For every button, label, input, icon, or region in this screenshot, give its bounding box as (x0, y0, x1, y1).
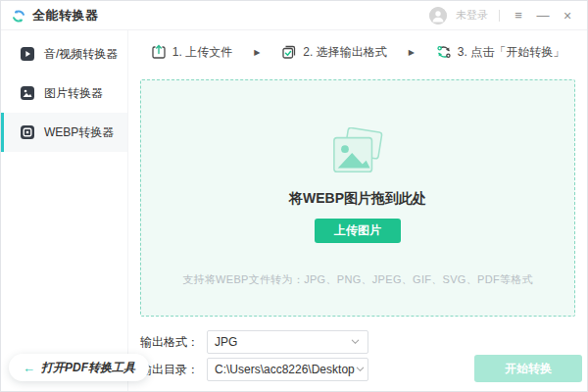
upload-image-button[interactable]: 上传图片 (315, 219, 401, 243)
open-pdf-tool-button[interactable]: ← 打开PDF转换工具 (9, 354, 149, 381)
step-separator-icon: ▶ (409, 48, 415, 57)
step-label: 1. 上传文件 (172, 44, 232, 61)
sidebar-item-audio-video[interactable]: 音/视频转换器 (1, 34, 127, 74)
menu-icon[interactable]: ≡ (511, 8, 526, 24)
output-format-value: JPG (215, 335, 237, 349)
app-title: 全能转换器 (32, 7, 99, 24)
output-dir-label: 输出目录： (140, 362, 199, 378)
output-format-row: 输出格式： JPG (140, 330, 368, 354)
step-separator-icon: ▶ (254, 48, 260, 57)
chevron-down-icon (355, 361, 366, 378)
dropzone-hint: 支持将WEBP文件转为：JPG、PNG、JPEG、GIF、SVG、PDF等格式 (182, 272, 533, 287)
audio-video-icon (20, 46, 35, 62)
chevron-down-icon (350, 333, 361, 351)
app-window: 全能转换器 未登录 ≡ — × (0, 0, 588, 392)
titlebar-controls: 未登录 ≡ — × (429, 7, 575, 24)
login-status[interactable]: 未登录 (456, 8, 488, 23)
step-format: 2. 选择输出格式 (281, 44, 386, 61)
close-icon[interactable]: × (560, 8, 575, 24)
upload-icon (151, 44, 167, 60)
output-format-label: 输出格式： (140, 334, 199, 351)
sidebar-item-label: WEBP转换器 (44, 124, 114, 141)
minimize-icon[interactable]: — (535, 8, 551, 24)
checkbox-icon (281, 44, 297, 60)
output-dir-select[interactable]: C:\Users\acc8226\Desktop (207, 358, 368, 381)
titlebar-divider (499, 10, 500, 22)
steps-bar: 1. 上传文件 ▶ 2. 选择输出格式 ▶ (128, 30, 587, 74)
step-label: 3. 点击「开始转换」 (458, 44, 564, 61)
dropzone-title: 将WEBP图片拖到此处 (289, 190, 426, 208)
picture-placeholder-icon (327, 127, 388, 184)
sidebar-item-image[interactable]: 图片转换器 (1, 74, 127, 113)
main-panel: 1. 上传文件 ▶ 2. 选择输出格式 ▶ (128, 30, 587, 391)
output-dir-row: 输出目录： C:\Users\acc8226\Desktop (140, 358, 368, 381)
logo-icon (11, 8, 26, 24)
output-dir-value: C:\Users\acc8226\Desktop (215, 363, 355, 376)
titlebar: 全能转换器 未登录 ≡ — × (1, 1, 587, 30)
output-format-select[interactable]: JPG (207, 330, 368, 354)
back-arrow-icon: ← (23, 361, 35, 375)
step-upload: 1. 上传文件 (151, 44, 232, 61)
sidebar: 音/视频转换器 图片转换器 WEBP转换器 (1, 30, 128, 391)
open-pdf-tool-label: 打开PDF转换工具 (41, 360, 135, 376)
avatar[interactable] (429, 7, 447, 24)
sidebar-item-label: 图片转换器 (44, 85, 103, 102)
app-logo: 全能转换器 (11, 7, 99, 24)
step-convert: 3. 点击「开始转换」 (436, 44, 564, 61)
webp-icon (20, 124, 35, 140)
start-convert-button[interactable]: 开始转换 (474, 355, 582, 382)
step-label: 2. 选择输出格式 (303, 44, 386, 61)
sidebar-item-webp[interactable]: WEBP转换器 (1, 113, 127, 152)
dropzone[interactable]: 将WEBP图片拖到此处 上传图片 支持将WEBP文件转为：JPG、PNG、JPE… (140, 79, 575, 317)
sidebar-item-label: 音/视频转换器 (44, 46, 118, 63)
image-icon (20, 85, 35, 101)
convert-icon (436, 44, 452, 60)
